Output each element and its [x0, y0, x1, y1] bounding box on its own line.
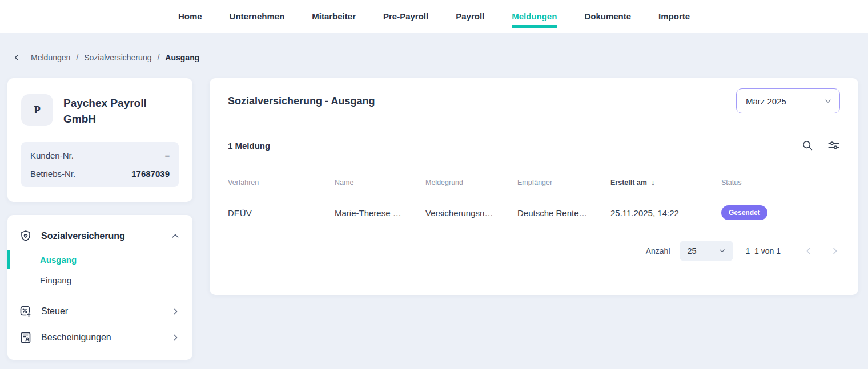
period-select-value: März 2025 — [746, 96, 786, 106]
sidebar-item-eingang[interactable]: Eingang — [7, 270, 192, 290]
certificate-stamp-icon — [19, 331, 33, 344]
left-sidebar: P Paychex Payroll GmbH Kunden-Nr. – Betr… — [7, 78, 192, 360]
column-meldegrund[interactable]: Meldegrund — [425, 179, 517, 186]
status-badge: Gesendet — [721, 205, 767, 220]
table-header: Verfahren Name Meldegrund Empfänger Erst… — [228, 178, 840, 187]
company-avatar: P — [21, 94, 53, 126]
tax-percent-icon — [19, 305, 33, 318]
chevron-right-icon — [171, 333, 180, 342]
chevron-down-icon — [718, 247, 726, 255]
cell-empfaenger: Deutsche Rente… — [517, 208, 610, 218]
kunden-nr-value: – — [165, 151, 170, 160]
pagination-range: 1–1 von 1 — [746, 246, 781, 256]
nav-item-unternehmen[interactable]: Unternehmen — [230, 0, 285, 33]
next-page-icon[interactable] — [830, 246, 840, 256]
column-empfaenger[interactable]: Empfänger — [517, 179, 610, 186]
period-select[interactable]: März 2025 — [736, 88, 840, 113]
breadcrumb-separator: / — [76, 53, 78, 62]
sidebar-item-ausgang[interactable]: Ausgang — [7, 249, 192, 270]
company-card: P Paychex Payroll GmbH Kunden-Nr. – Betr… — [7, 78, 192, 202]
breadcrumb-meldungen[interactable]: Meldungen — [31, 53, 70, 62]
sidebar-item-bescheinigungen[interactable]: Bescheinigungen — [7, 325, 192, 351]
nav-item-pre-payroll[interactable]: Pre-Payroll — [383, 0, 428, 33]
nav-item-mitarbeiter[interactable]: Mitarbeiter — [312, 0, 356, 33]
breadcrumb-sozialversicherung[interactable]: Sozialversicherung — [84, 53, 151, 62]
info-row-kundennr: Kunden-Nr. – — [30, 151, 170, 160]
menu-spacer — [7, 290, 192, 298]
kunden-nr-label: Kunden-Nr. — [30, 151, 74, 160]
betriebs-nr-value: 17687039 — [131, 169, 170, 179]
betriebs-nr-label: Betriebs-Nr. — [30, 169, 75, 179]
cell-verfahren: DEÜV — [228, 208, 335, 218]
column-verfahren[interactable]: Verfahren — [228, 179, 335, 186]
sidebar-item-steuer[interactable]: Steuer — [7, 298, 192, 325]
filter-sliders-icon[interactable] — [827, 139, 840, 152]
breadcrumb-separator: / — [157, 53, 159, 62]
page-size-label: Anzahl — [646, 246, 670, 256]
page-size-value: 25 — [688, 246, 697, 256]
sidebar-subitem-label: Eingang — [40, 275, 71, 285]
nav-item-dokumente[interactable]: Dokumente — [584, 0, 631, 33]
sidebar-item-label: Steuer — [41, 306, 162, 317]
result-count: 1 Meldung — [228, 141, 270, 151]
previous-page-icon[interactable] — [803, 246, 814, 256]
column-label: Erstellt am — [610, 179, 647, 186]
sidebar-menu: Sozialversicherung Ausgang Eingang — [7, 215, 192, 360]
cell-meldegrund: Versicherungsn… — [425, 208, 517, 218]
column-status[interactable]: Status — [721, 179, 840, 186]
sort-desc-icon: ↓ — [651, 178, 655, 187]
page-size-select[interactable]: 25 — [680, 241, 733, 261]
chevron-up-icon — [171, 232, 180, 241]
nav-item-importe[interactable]: Importe — [658, 0, 690, 33]
nav-item-home[interactable]: Home — [178, 0, 202, 33]
info-row-betriebsnr: Betriebs-Nr. 17687039 — [30, 169, 170, 179]
chevron-right-icon — [171, 307, 180, 316]
cell-name: Marie-Therese … — [335, 208, 425, 218]
sidebar-item-sozialversicherung[interactable]: Sozialversicherung — [7, 223, 192, 249]
top-navigation: Home Unternehmen Mitarbeiter Pre-Payroll… — [0, 0, 868, 33]
cell-erstellt-am: 25.11.2025, 14:22 — [610, 208, 721, 218]
page-title: Sozialversicherung - Ausgang — [228, 95, 375, 107]
sidebar-item-label: Bescheinigungen — [41, 332, 162, 343]
shield-heart-icon — [19, 229, 33, 243]
chevron-down-icon — [824, 97, 832, 105]
main-panel: Sozialversicherung - Ausgang März 2025 1… — [210, 78, 858, 295]
sidebar-subitem-label: Ausgang — [40, 255, 77, 265]
company-info-box: Kunden-Nr. – Betriebs-Nr. 17687039 — [21, 142, 179, 187]
column-erstellt-am[interactable]: Erstellt am ↓ — [610, 178, 721, 187]
breadcrumb-ausgang: Ausgang — [165, 53, 199, 62]
main-body: 1 Meldung — [210, 124, 858, 284]
breadcrumb: Meldungen / Sozialversicherung / Ausgang — [0, 33, 868, 62]
search-icon[interactable] — [801, 139, 814, 152]
sidebar-item-label: Sozialversicherung — [41, 231, 162, 241]
pagination: Anzahl 25 1–1 von 1 — [228, 241, 840, 261]
nav-item-meldungen[interactable]: Meldungen — [512, 0, 557, 33]
table-row[interactable]: DEÜV Marie-Therese … Versicherungsn… Deu… — [228, 205, 840, 220]
main-header: Sozialversicherung - Ausgang März 2025 — [210, 78, 858, 124]
nav-item-payroll[interactable]: Payroll — [456, 0, 484, 33]
back-chevron-icon[interactable] — [13, 54, 21, 62]
company-name: Paychex Payroll GmbH — [63, 94, 179, 127]
column-name[interactable]: Name — [335, 179, 425, 186]
